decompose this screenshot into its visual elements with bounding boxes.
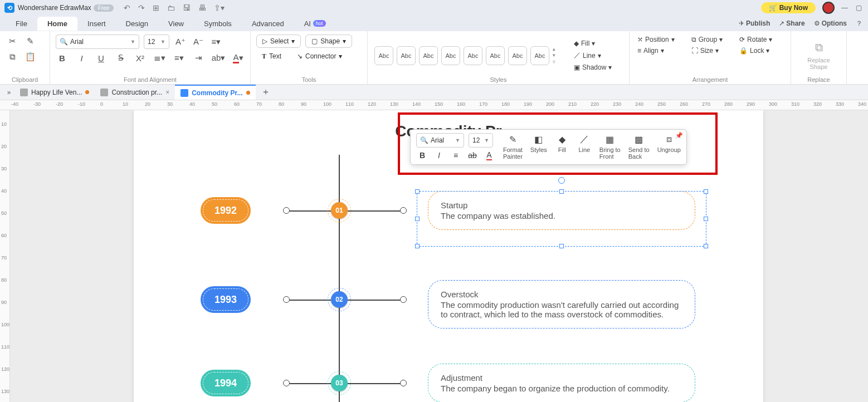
format-painter-icon[interactable]: ✎ [23,35,37,48]
lock-button[interactable]: 🔒 Lock▾ [737,46,774,56]
float-styles[interactable]: ◧Styles [530,133,547,153]
doctab-1[interactable]: Happy Life Ven... [14,85,95,100]
maximize-icon[interactable]: ▢ [856,4,864,12]
style-swatch-8[interactable]: Abc [530,46,549,65]
float-size-select[interactable]: 12▼ [469,133,493,148]
paste-icon[interactable]: 📋 [23,50,37,63]
fill-button[interactable]: ◆ Fill ▾ [572,38,614,48]
help-icon[interactable]: ？ [856,19,862,28]
minimize-icon[interactable]: — [841,4,849,12]
fontcolor-icon[interactable]: A▾ [232,51,245,65]
rotate-label: Rotate [747,36,767,43]
font-select[interactable]: 🔍Arial▼ [56,35,139,49]
bold-icon[interactable]: B [56,51,69,65]
float-italic-icon[interactable]: I [433,150,445,161]
connector-tool[interactable]: ↘ Connector ▾ [291,50,348,62]
shrink-font-icon[interactable]: A⁻ [192,35,205,48]
size-button[interactable]: ⛶ Size▾ [689,46,725,56]
menu-view[interactable]: View [158,17,194,31]
menu-file[interactable]: File [6,17,37,31]
style-swatch-1[interactable]: Abc [374,46,393,65]
redo-icon[interactable]: ↷ [138,3,145,12]
year-pill[interactable]: 1994 [201,370,251,396]
style-swatch-5[interactable]: Abc [464,46,482,65]
position-button[interactable]: ⤱ Position▾ [635,35,677,45]
shape-tool[interactable]: ▢ Shape ▾ [305,35,352,48]
float-bring-front[interactable]: ▦Bring to Front [599,133,621,160]
undo-icon[interactable]: ↶ [124,3,130,12]
pin-icon[interactable]: 📌 [675,132,683,139]
timeline-node[interactable]: 03 [331,375,348,391]
user-avatar[interactable] [822,2,835,14]
italic-icon[interactable]: I [75,51,88,65]
menu-ai[interactable]: AIhot [294,17,336,31]
year-pill[interactable]: 1992 [201,197,251,224]
select-tool[interactable]: ▷ Select ▾ [256,35,301,48]
bullets-icon[interactable]: ≣▾ [153,51,166,65]
timeline-node[interactable]: 01 [331,202,348,219]
selection-box[interactable] [417,191,706,247]
style-swatch-4[interactable]: Abc [441,46,460,65]
float-format-painter[interactable]: ✎Format Painter [503,133,523,160]
float-align-icon[interactable]: ≡ [450,150,462,161]
options-button[interactable]: ⚙ Options [814,19,847,28]
timeline-desc[interactable]: OverstockThe commodity production wasn't… [428,280,695,329]
export-icon[interactable]: ⇪▾ [214,3,225,12]
style-swatch-2[interactable]: Abc [397,46,416,65]
linespacing-icon[interactable]: ≡▾ [173,51,186,65]
floating-toolbar[interactable]: 📌 🔍Arial▼ 12▼ B I ≡ ab A ✎Format Painter… [410,129,687,165]
rotate-button[interactable]: ⟳ Rotate▾ [737,35,774,45]
cut-icon[interactable]: ✂ [6,35,19,48]
grow-font-icon[interactable]: A⁺ [174,35,187,48]
align-dropdown-icon[interactable]: ≡▾ [209,35,223,48]
style-swatch-7[interactable]: Abc [508,46,527,65]
add-tab-button[interactable]: ＋ [256,86,276,98]
buy-now-button[interactable]: 🛒 Buy Now [761,2,816,13]
highlight-icon[interactable]: ab▾ [212,51,225,65]
share-button[interactable]: ↗ Share [779,19,804,28]
style-swatch-3[interactable]: Abc [419,46,438,65]
float-font-select[interactable]: 🔍Arial▼ [416,133,464,148]
styles-more[interactable]: ▴▾▿ [553,46,563,65]
menu-advanced[interactable]: Advanced [242,17,294,31]
line-button[interactable]: ／ Line ▾ [572,50,614,61]
underline-icon[interactable]: U [95,51,108,65]
menu-home[interactable]: Home [37,17,77,31]
indent-icon[interactable]: ⇥ [192,51,205,65]
timeline-node[interactable]: 02 [331,291,348,308]
float-fontcolor-icon[interactable]: A [483,150,495,161]
group-tools-label: Tools [256,76,362,83]
superscript-icon[interactable]: X² [134,51,147,65]
tabs-expand-icon[interactable]: » [3,89,14,96]
float-line[interactable]: ／Line [577,133,592,153]
float-fill[interactable]: ◆Fill [555,133,569,153]
open-icon[interactable]: 🗀 [167,3,175,12]
float-bold-icon[interactable]: B [416,150,428,161]
publish-button[interactable]: ✈ Publish [739,19,770,28]
style-swatch-6[interactable]: Abc [486,46,505,65]
replace-shape-icon[interactable]: ⧉ [812,41,826,55]
styles-gallery[interactable]: Abc Abc Abc Abc Abc Abc Abc Abc ▴▾▿ [374,46,563,65]
year-pill[interactable]: 1993 [201,286,251,313]
doctab-2[interactable]: Construction pr...× [95,85,175,100]
float-strike-icon[interactable]: ab [466,150,479,161]
group-button[interactable]: ⧉ Group▾ [689,35,725,45]
timeline-desc[interactable]: AdjustmentThe company began to organize … [428,364,695,402]
doctab-3[interactable]: Commodity Pr... [175,85,255,100]
text-tool[interactable]: 𝐓 Text [256,50,287,62]
canvas[interactable]: Commodity Pr 199201StartupThe company wa… [10,110,868,402]
new-icon[interactable]: ⊞ [153,3,159,12]
align-button[interactable]: ≡ Align▾ [635,46,677,56]
save-icon[interactable]: 🖫 [183,3,191,12]
strike-icon[interactable]: S̶ [114,51,127,65]
print-icon[interactable]: 🖶 [198,3,206,12]
rotate-handle[interactable] [558,177,565,184]
menu-design[interactable]: Design [116,17,158,31]
menu-insert[interactable]: Insert [77,17,116,31]
fontsize-select[interactable]: 12▼ [144,35,169,49]
menu-symbols[interactable]: Symbols [194,17,242,31]
float-send-back[interactable]: ▩Send to Back [628,133,650,160]
close-icon[interactable]: × [165,89,169,96]
shadow-button[interactable]: ▣ Shadow ▾ [572,62,614,72]
copy-icon[interactable]: ⧉ [6,50,19,63]
